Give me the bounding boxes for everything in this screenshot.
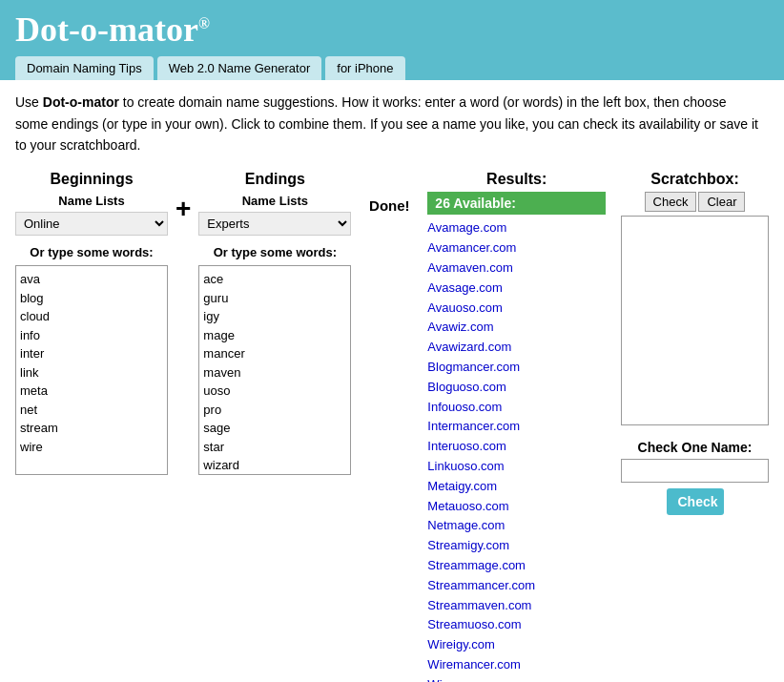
scratchbox-area: Scratchbox: Check Clear Check One Name: …	[621, 171, 769, 515]
columns-area: Beginnings Name Lists Online Tech Busine…	[15, 171, 351, 478]
available-bar: 26 Available:	[427, 192, 606, 215]
scratchbox-textarea[interactable]	[621, 216, 769, 425]
domain-link[interactable]: Interuoso.com	[427, 437, 606, 457]
right-area: Results: 26 Available: Avamage.comAvaman…	[427, 171, 769, 682]
list-item: Avawizard.com	[427, 338, 606, 358]
domain-link[interactable]: Metauoso.com	[427, 497, 606, 517]
scratchbox-title: Scratchbox:	[621, 171, 769, 188]
domain-link[interactable]: Avasage.com	[427, 279, 606, 299]
endings-select[interactable]: Experts Online Tech Business	[198, 212, 351, 236]
app-name-bold: Dot-o-mator	[43, 94, 119, 110]
list-item: Netmage.com	[427, 516, 606, 536]
domain-link[interactable]: Metaigy.com	[427, 477, 606, 497]
results-title: Results:	[427, 171, 606, 188]
app-title: Dot-o-mator®	[15, 10, 769, 51]
domain-link[interactable]: Streammage.com	[427, 556, 606, 576]
tab-iphone[interactable]: for iPhone	[325, 56, 404, 80]
main-content: Use Dot-o-mator to create domain name su…	[0, 80, 784, 682]
domain-link[interactable]: Netmage.com	[427, 516, 606, 536]
domain-link[interactable]: Avauoso.com	[427, 299, 606, 319]
nav-tabs: Domain Naming Tips Web 2.0 Name Generato…	[15, 56, 769, 80]
list-item: Streammaven.com	[427, 596, 606, 616]
done-area: Done!	[361, 171, 418, 214]
endings-words-label: Or type some words:	[198, 245, 351, 261]
header: Dot-o-mator® Domain Naming Tips Web 2.0 …	[0, 0, 784, 80]
domain-link[interactable]: Blogmancer.com	[427, 358, 606, 378]
list-item: Streamigy.com	[427, 536, 606, 556]
domain-link[interactable]: Streamuoso.com	[427, 615, 606, 635]
plus-sign: +	[168, 190, 198, 224]
list-item: Linkuoso.com	[427, 457, 606, 477]
list-item: Infouoso.com	[427, 398, 606, 418]
scratchbox-buttons: Check Clear	[621, 192, 769, 212]
list-item: Wireigy.com	[427, 635, 606, 655]
domain-link[interactable]: Streamigy.com	[427, 536, 606, 556]
domain-link[interactable]: Wireigy.com	[427, 635, 606, 655]
domain-link[interactable]: Streammancer.com	[427, 576, 606, 596]
list-item: Avauoso.com	[427, 299, 606, 319]
domain-link[interactable]: Wiremancer.com	[427, 655, 606, 675]
beginnings-select[interactable]: Online Tech Business People Colors	[15, 212, 168, 236]
list-item: Intermancer.com	[427, 417, 606, 437]
domain-link[interactable]: Avamancer.com	[427, 238, 606, 258]
domain-link[interactable]: Wiremaven.com	[427, 675, 606, 682]
domain-link[interactable]: Streammaven.com	[427, 596, 606, 616]
list-item: Blogmancer.com	[427, 358, 606, 378]
scratchbox-clear-button[interactable]: Clear	[698, 192, 745, 212]
list-item: Streamuoso.com	[427, 615, 606, 635]
domain-link[interactable]: Linkuoso.com	[427, 457, 606, 477]
beginnings-textarea[interactable]: ava blog cloud info inter link meta net …	[15, 265, 168, 475]
endings-title: Endings	[198, 171, 351, 188]
tab-web20-generator[interactable]: Web 2.0 Name Generator	[157, 56, 322, 80]
list-item: Interuoso.com	[427, 437, 606, 457]
check-one-input[interactable]	[621, 459, 769, 483]
tab-domain-naming-tips[interactable]: Domain Naming Tips	[15, 56, 154, 80]
list-item: Wiremancer.com	[427, 655, 606, 675]
domain-link[interactable]: Avamage.com	[427, 218, 606, 238]
check-one-button[interactable]: Check	[667, 488, 724, 515]
domain-link[interactable]: Avamaven.com	[427, 258, 606, 279]
list-item: Avasage.com	[427, 279, 606, 299]
done-button[interactable]: Done!	[369, 197, 410, 214]
domain-link[interactable]: Avawiz.com	[427, 318, 606, 338]
domain-link[interactable]: Avawizard.com	[427, 338, 606, 358]
endings-textarea[interactable]: ace guru igy mage mancer maven uoso pro …	[198, 265, 351, 475]
endings-column: Endings Name Lists Experts Online Tech B…	[198, 171, 351, 478]
description: Use Dot-o-mator to create domain name su…	[15, 92, 759, 155]
list-item: Bloguoso.com	[427, 378, 606, 398]
list-item: Metaigy.com	[427, 477, 606, 497]
domain-link[interactable]: Bloguoso.com	[427, 378, 606, 398]
list-item: Wiremaven.com	[427, 675, 606, 682]
results-area: Results: 26 Available: Avamage.comAvaman…	[427, 171, 606, 682]
beginnings-column: Beginnings Name Lists Online Tech Busine…	[15, 171, 168, 478]
results-list: Avamage.comAvamancer.comAvamaven.comAvas…	[427, 218, 606, 682]
beginnings-title: Beginnings	[15, 171, 168, 188]
content-area: Beginnings Name Lists Online Tech Busine…	[15, 171, 769, 682]
list-item: Avamage.com	[427, 218, 606, 238]
list-item: Avamancer.com	[427, 238, 606, 258]
beginnings-name-lists-label: Name Lists	[15, 194, 168, 208]
check-one-title: Check One Name:	[621, 440, 769, 455]
list-item: Metauoso.com	[427, 497, 606, 517]
list-item: Streammancer.com	[427, 576, 606, 596]
beginnings-words-label: Or type some words:	[15, 245, 168, 261]
scratchbox-check-button[interactable]: Check	[645, 192, 697, 212]
list-item: Avamaven.com	[427, 258, 606, 279]
domain-link[interactable]: Infouoso.com	[427, 398, 606, 418]
domain-link[interactable]: Intermancer.com	[427, 417, 606, 437]
list-item: Streammage.com	[427, 556, 606, 576]
list-item: Avawiz.com	[427, 318, 606, 338]
endings-name-lists-label: Name Lists	[198, 194, 351, 208]
